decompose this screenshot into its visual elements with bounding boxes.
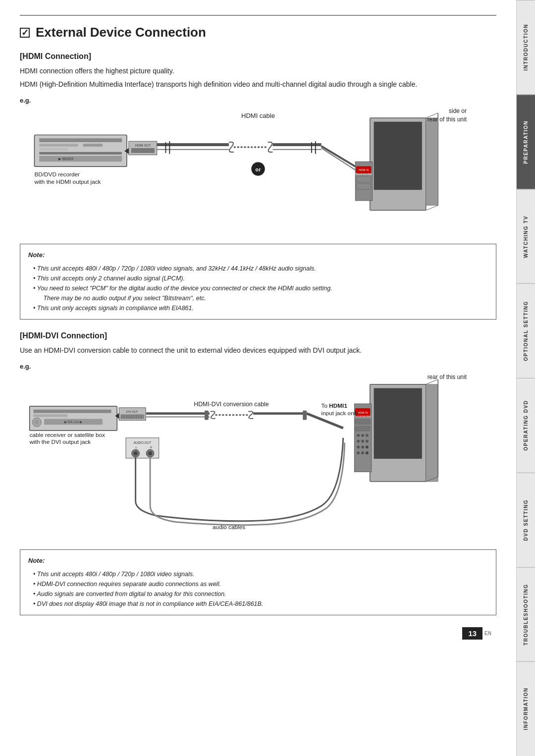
svg-text:R: R [150,446,152,449]
svg-rect-48 [120,414,144,419]
svg-text:HDMI IN: HDMI IN [359,168,369,171]
svg-text:HDMI OUT: HDMI OUT [135,144,151,147]
svg-point-64 [134,451,138,455]
svg-rect-85 [355,419,370,424]
svg-text:audio cables: audio cables [213,524,245,530]
hdmi-dvi-note-item-1: This unit accepts 480i / 480p / 720p / 1… [33,569,488,579]
page-title-text: External Device Connection [36,25,206,40]
svg-text:HDMI IN: HDMI IN [358,411,368,414]
svg-rect-77 [426,384,438,482]
svg-text:Recommended: Recommended [355,173,372,175]
hdmi-dvi-diagram: rear of this unit ▶ EA 124 ▶ DVI OUT [20,373,496,541]
hdmi-dvi-diagram-svg: ▶ EA 124 ▶ DVI OUT AUDIO OUT [20,373,496,541]
svg-text:DVI OUT: DVI OUT [126,410,138,413]
page-title: External Device Connection [20,25,496,40]
svg-point-87 [357,434,360,437]
page-number-area: 13 EN [20,627,496,640]
svg-point-95 [366,445,369,448]
hdmi-dvi-note-item-3: Audio signals are converted from digital… [33,589,488,599]
svg-text:To HDMI1: To HDMI1 [321,402,348,409]
svg-rect-2 [39,144,78,147]
hdmi-dvi-note-item-4: DVI does not display 480i image that is … [33,599,488,609]
sidebar-tab-dvd-setting[interactable]: DVD SETTING [517,473,535,567]
svg-point-90 [357,439,360,442]
svg-text:cable receiver or satellite bo: cable receiver or satellite box [30,432,105,438]
svg-point-66 [148,451,152,455]
svg-point-93 [357,445,360,448]
svg-rect-3 [83,144,103,147]
sidebar-tab-information[interactable]: INFORMATION [517,661,535,756]
svg-line-31 [321,146,356,166]
svg-text:with the DVI output jack: with the DVI output jack [29,438,91,445]
hdmi-para2: HDMI (High-Definition Multimedia Interfa… [20,79,496,90]
svg-rect-29 [356,176,371,182]
side-rear-label: side orrear of this unit [428,107,467,124]
sidebar: INTRODUCTION PREPARATION WATCHING TV OPT… [516,0,535,756]
hdmi-cable-label: HDMI cable [241,112,275,119]
svg-rect-10 [131,148,155,153]
svg-text:HDMI-DVI conversion cable: HDMI-DVI conversion cable [194,401,269,408]
svg-point-94 [361,445,364,448]
sidebar-tab-watching-tv[interactable]: WATCHING TV [517,189,535,284]
svg-point-96 [357,451,360,454]
svg-rect-40 [33,410,111,413]
svg-text:with the HDMI output jack: with the HDMI output jack [34,178,101,185]
svg-point-88 [361,434,364,437]
hdmi-note-box: Note: This unit accepts 480i / 480p / 72… [20,244,496,320]
svg-rect-30 [356,184,371,190]
hdmi-dvi-note-box: Note: This unit accepts 480i / 480p / 72… [20,549,496,615]
hdmi-note-item-1: This unit accepts 480i / 480p / 720p / 1… [33,264,488,273]
hdmi-dvi-note-title: Note: [28,556,488,566]
hdmi-note-item-2: This unit accepts only 2 channel audio s… [33,273,488,283]
page-number-suffix: EN [484,631,491,636]
sidebar-tab-optional-setting[interactable]: OPTIONAL SETTING [517,283,535,378]
hdmi-note-item-3: You need to select "PCM" for the digital… [33,283,488,303]
svg-text:▶ EA 124 ▶: ▶ EA 124 ▶ [64,420,83,424]
svg-text:AUDIO OUT: AUDIO OUT [134,440,152,444]
svg-rect-69 [205,411,209,420]
hdmi-dvi-eg-label: e.g. [20,363,496,370]
hdmi-diagram-svg: ▶ 583029 HDMI OUT [20,107,496,236]
rear-label: rear of this unit [428,373,467,381]
sidebar-tab-operating-dvd[interactable]: OPERATING DVD [517,378,535,473]
svg-rect-6 [39,156,122,162]
svg-rect-41 [33,414,67,417]
sidebar-tab-preparation[interactable]: PREPARATION [517,95,535,189]
hdmi-para1: HDMI connection offers the highest pictu… [20,66,496,76]
hdmi-eg-label: e.g. [20,97,496,104]
svg-point-89 [366,434,369,437]
svg-point-43 [34,420,39,425]
sidebar-tab-introduction[interactable]: INTRODUCTION [517,0,535,95]
svg-text:BD/DVD recorder: BD/DVD recorder [34,171,80,177]
svg-point-91 [361,439,364,442]
svg-point-97 [361,451,364,454]
hdmi-diagram: side orrear of this unit HDMI cable ▶ 58… [20,107,496,236]
svg-text:▶ 583029: ▶ 583029 [58,157,73,161]
hdmi-note-item-4: This unit only accepts signals in compli… [33,303,488,313]
svg-point-92 [366,439,369,442]
top-rule [20,15,496,16]
svg-rect-86 [355,426,370,431]
svg-point-98 [366,451,369,454]
hdmi-section-header: [HDMI Connection] [20,52,496,61]
title-checkbox-icon [20,28,30,38]
page-number: 13 [462,627,482,640]
svg-line-34 [426,206,438,211]
hdmi-dvi-para1: Use an HDMI-DVI conversion cable to conn… [20,345,496,356]
svg-text:input jack only: input jack only [321,409,359,416]
sidebar-tab-troubleshooting[interactable]: TROUBLESHOOTING [517,567,535,662]
hdmi-dvi-section: [HDMI-DVI Connection] Use an HDMI-DVI co… [20,331,496,615]
svg-text:or: or [256,166,262,172]
main-content: External Device Connection [HDMI Connect… [0,0,516,659]
svg-rect-36 [426,118,438,206]
svg-rect-24 [374,122,422,190]
svg-rect-5 [39,152,122,155]
hdmi-dvi-note-item-2: HDMI-DVI connection requires separate au… [33,579,488,589]
hdmi-connection-section: [HDMI Connection] HDMI connection offers… [20,52,496,320]
svg-rect-1 [39,138,122,142]
svg-rect-76 [374,388,422,458]
hdmi-note-title: Note: [28,250,488,261]
svg-rect-4 [39,148,68,151]
svg-line-32 [321,148,356,170]
svg-rect-72 [303,411,307,420]
